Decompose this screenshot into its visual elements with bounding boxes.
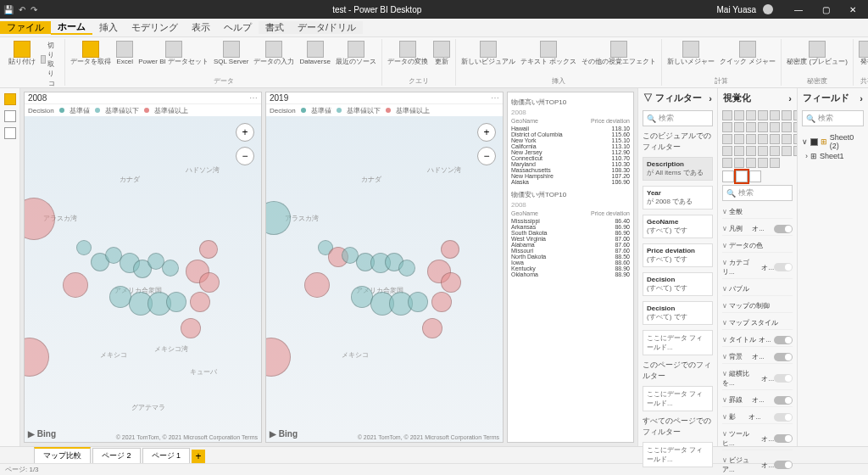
undo-icon[interactable]: ↶: [19, 5, 25, 14]
more-visuals-button[interactable]: その他の視覚エフェクト: [580, 39, 658, 67]
publish-button[interactable]: 発行: [857, 39, 868, 67]
map-view-a[interactable]: +− カナダ アラスカ湾 ハドソン湾 アメリカ合衆国 メキシコ メキシコ湾 キュ…: [25, 116, 261, 442]
table-sheet1[interactable]: ›⊞Sheet1: [802, 151, 864, 161]
prop-visual-header[interactable]: ∨ビジュア...オ...: [722, 454, 793, 475]
filter-card-decision-2[interactable]: Decision(すべて) です: [643, 301, 713, 325]
fields-search[interactable]: 🔍 検索: [802, 110, 864, 126]
viz-search[interactable]: 🔍 検索: [722, 185, 793, 201]
prop-bubble[interactable]: ∨バブル: [722, 282, 793, 296]
analytics-tab-icon[interactable]: [749, 170, 761, 182]
add-page-button[interactable]: +: [192, 450, 205, 463]
save-icon[interactable]: 💾: [3, 5, 14, 14]
viz-tabs[interactable]: [718, 170, 797, 182]
prop-legend[interactable]: ∨凡例オ...: [722, 222, 793, 236]
format-tab-icon[interactable]: [736, 170, 748, 182]
report-canvas[interactable]: 2008⋯ Decision 基準値 基準値以下 基準値以上 +− カナダ アラ…: [20, 88, 637, 446]
filter-card-year[interactable]: Yearが 2008 である: [643, 186, 713, 210]
prop-tooltip[interactable]: ∨ツールヒ...オ...: [722, 428, 793, 450]
quick-measure-button[interactable]: クイック メジャー: [718, 39, 777, 67]
sens-group-label: 秘密度: [785, 76, 849, 86]
table-sheet0[interactable]: ∨⊞Sheet0 (2): [802, 132, 864, 151]
viz-gallery[interactable]: [718, 108, 797, 170]
menu-view[interactable]: 表示: [185, 21, 217, 34]
report-view-icon[interactable]: [4, 93, 16, 105]
sensitivity-button[interactable]: 秘密度 (プレビュー): [785, 39, 849, 67]
tab-page1[interactable]: ページ 1: [142, 448, 191, 463]
table-row: West Virginia87.00: [511, 236, 630, 242]
menu-modeling[interactable]: モデリング: [125, 21, 185, 34]
filter-add-field-page[interactable]: ここにデータ フィールド...: [643, 386, 713, 411]
bottom-table-title: 物価安い州TOP10: [511, 190, 630, 199]
map-view-b[interactable]: +− カナダ アラスカ湾 ハドソン湾 アメリカ合衆国 メキシコ: [266, 116, 503, 442]
menu-file[interactable]: ファイル: [0, 21, 51, 34]
paste-button[interactable]: 貼り付け: [7, 39, 37, 67]
map-visual-2008[interactable]: 2008⋯ Decision 基準値 基準値以下 基準値以上 +− カナダ アラ…: [24, 92, 262, 443]
model-view-icon[interactable]: [4, 127, 16, 139]
prop-border[interactable]: ∨罫線オ...: [722, 394, 793, 407]
user-avatar[interactable]: [763, 4, 773, 14]
redo-icon[interactable]: ↷: [31, 5, 37, 14]
get-data-button[interactable]: データを取得: [69, 39, 113, 67]
view-rail: [0, 88, 20, 446]
menu-home[interactable]: ホーム: [51, 20, 92, 35]
workspace: 2008⋯ Decision 基準値 基準値以下 基準値以上 +− カナダ アラ…: [0, 88, 868, 446]
menubar: ファイル ホーム 挿入 モデリング 表示 ヘルプ 書式 データ/ドリル: [0, 19, 868, 37]
expand-icon[interactable]: ›: [709, 93, 712, 103]
table-row: North Dakota88.50: [511, 254, 630, 260]
prop-title[interactable]: ∨タイトルオ...: [722, 333, 793, 347]
prop-background[interactable]: ∨背景オ...: [722, 350, 793, 364]
prop-data-colors[interactable]: ∨データの色: [722, 239, 793, 253]
prop-general[interactable]: ∨全般: [722, 205, 793, 219]
transform-button[interactable]: データの変換: [386, 39, 430, 67]
menu-help[interactable]: ヘルプ: [217, 21, 259, 34]
excel-button[interactable]: Excel: [114, 39, 135, 67]
insert-group-label: 挿入: [459, 76, 658, 86]
prop-shadow[interactable]: ∨影オ...: [722, 411, 793, 424]
prop-map-style[interactable]: ∨マップ スタイル: [722, 316, 793, 330]
filter-add-field[interactable]: ここにデータ フィールド...: [643, 330, 713, 355]
textbox-button[interactable]: テキスト ボックス: [519, 39, 578, 67]
expand-icon[interactable]: ›: [860, 93, 863, 103]
calc-group-label: 計算: [665, 76, 777, 86]
prop-category[interactable]: ∨カテゴリ...オ...: [722, 256, 793, 279]
enter-data-button[interactable]: データの入力: [252, 39, 296, 67]
user-name[interactable]: Mai Yuasa: [716, 5, 756, 14]
bing-logo: ▶ Bing: [28, 429, 56, 439]
data-tables: 物価高い州TOP10 2008 GeoNamePrice deviation H…: [507, 92, 634, 443]
tab-page2[interactable]: ページ 2: [92, 448, 141, 463]
filter-card-decision[interactable]: Decision(すべて) です: [643, 272, 713, 296]
tab-map-compare[interactable]: マップ比較: [34, 447, 91, 463]
new-measure-button[interactable]: 新しいメジャー: [665, 39, 716, 67]
data-view-icon[interactable]: [4, 110, 16, 122]
filter-card-geoname[interactable]: GeoName(すべて) です: [643, 215, 713, 238]
recent-sources-button[interactable]: 最近のソース: [334, 39, 378, 67]
refresh-button[interactable]: 更新: [431, 39, 452, 67]
filter-card-description[interactable]: Descriptionが All items である: [643, 157, 713, 181]
legend: Decision 基準値 基準値以下 基準値以上: [25, 104, 261, 116]
maximize-button[interactable]: ▢: [814, 5, 837, 14]
prop-map-control[interactable]: ∨マップの制御: [722, 299, 793, 313]
menu-data-drill[interactable]: データ/ドリル: [291, 21, 363, 34]
table-row: District of Columbia115.60: [511, 131, 630, 137]
visual-menu-icon[interactable]: ⋯: [249, 93, 258, 103]
new-visual-button[interactable]: 新しいビジュアル: [459, 39, 517, 67]
cut-button[interactable]: 切り取り: [41, 41, 59, 78]
menu-format[interactable]: 書式: [259, 21, 291, 34]
filter-search[interactable]: 🔍 検索: [643, 110, 713, 126]
minimize-button[interactable]: —: [787, 5, 810, 14]
pbi-dataset-button[interactable]: Power BI データセット: [136, 39, 210, 67]
menu-insert[interactable]: 挿入: [92, 21, 125, 34]
filter-card-price-deviation[interactable]: Price deviation(すべて) です: [643, 243, 713, 267]
expand-icon[interactable]: ›: [788, 93, 792, 103]
sql-button[interactable]: SQL Server: [212, 39, 251, 67]
all-pages-filters-header: すべてのページでのフィルター: [638, 414, 717, 439]
dataverse-button[interactable]: Dataverse: [298, 39, 331, 67]
close-button[interactable]: ✕: [841, 5, 865, 14]
prop-aspect[interactable]: ∨縦横比を...オ...: [722, 367, 793, 390]
fields-tab-icon[interactable]: [722, 170, 734, 182]
filter-add-field-all[interactable]: ここにデータ フィールド...: [643, 442, 713, 467]
table-row: Kentucky88.90: [511, 265, 630, 271]
map-visual-2019[interactable]: 2019⋯ Decision 基準値 基準値以下 基準値以上 +− カナダ アラ…: [265, 92, 504, 443]
table-row: Massachusetts108.30: [511, 167, 630, 173]
visual-menu-icon[interactable]: ⋯: [491, 93, 499, 103]
